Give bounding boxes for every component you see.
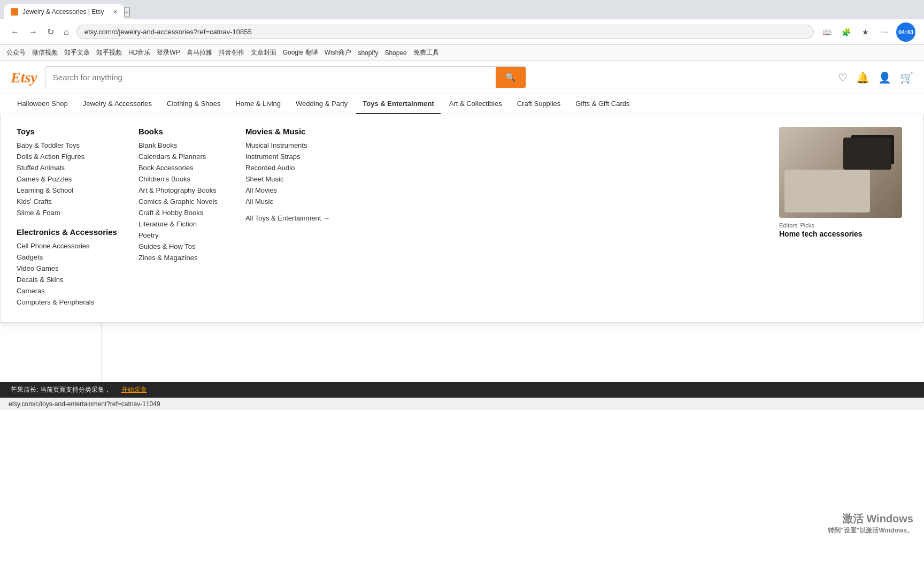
dropdown-all-toys-link[interactable]: All Toys & Entertainment → [245, 214, 331, 222]
wishlist-button[interactable]: ♡ [838, 71, 848, 84]
notifications-button[interactable]: 🔔 [856, 71, 869, 84]
dropdown-item-guides-how-tos[interactable]: Guides & How Tos [138, 242, 224, 250]
dropdown-item-craft-hobby-books[interactable]: Craft & Hobby Books [138, 209, 224, 217]
dropdown-item-blank-books[interactable]: Blank Books [138, 141, 224, 149]
search-input[interactable] [45, 67, 496, 87]
tab-title: Jewelry & Accessories | Etsy [22, 8, 104, 16]
new-tab-button[interactable]: + [124, 7, 130, 17]
time-badge: 04:43 [896, 22, 915, 42]
dropdown-image-col: Editors' Picks Home tech accessories [779, 127, 907, 309]
dropdown-col-books: Books Blank Books Calendars & Planners B… [138, 127, 224, 309]
notification-link[interactable]: 开始采集 [121, 385, 147, 394]
dropdown-item-baby-toddler[interactable]: Baby & Toddler Toys [17, 141, 117, 149]
nav-wedding-party[interactable]: Wedding & Party [289, 94, 354, 114]
bookmark-gongzhonghao[interactable]: 公众号 [6, 48, 26, 57]
etsy-nav: Halloween Shop Jewelry & Accessories Clo… [0, 94, 924, 115]
dropdown-item-cameras[interactable]: Cameras [17, 287, 117, 295]
dropdown-item-gadgets[interactable]: Gadgets [17, 253, 117, 261]
browser-icons: 📖 🧩 ★ ⋯ 04:43 [819, 22, 915, 42]
bookmark-zhihu-article[interactable]: 知乎文章 [64, 48, 90, 57]
settings-button[interactable]: ⋯ [877, 25, 892, 40]
dropdown-item-kids-crafts[interactable]: Kids' Crafts [17, 197, 117, 206]
dropdown-item-comics[interactable]: Comics & Graphic Novels [138, 197, 224, 206]
forward-button[interactable]: → [27, 25, 40, 39]
account-button[interactable]: 👤 [878, 71, 891, 84]
dropdown-heading-electronics: Electronics & Accessories [17, 227, 117, 237]
dropdown-heading-toys: Toys [17, 127, 117, 136]
dropdown-item-book-accessories[interactable]: Book Accessories [138, 164, 224, 172]
dropdown-item-stuffed-animals[interactable]: Stuffed Animals [17, 164, 117, 172]
nav-clothing-shoes[interactable]: Clothing & Shoes [160, 94, 227, 114]
bookmark-hd-audio[interactable]: HD音乐 [128, 48, 150, 57]
dropdown-col-toys: Toys Baby & Toddler Toys Dolls & Action … [17, 127, 117, 309]
dropdown-item-all-music[interactable]: All Music [245, 197, 331, 206]
etsy-page: Etsy 🔍 ♡ 🔔 👤 🛒 Halloween Shop Jewelry & … [0, 61, 924, 398]
etsy-logo[interactable]: Etsy [11, 69, 37, 86]
nav-toys-entertainment[interactable]: Toys & Entertainment [356, 94, 440, 114]
close-tab-button[interactable]: ✕ [113, 9, 118, 16]
favorites-button[interactable]: ★ [858, 25, 873, 40]
notification-banner: 芒果店长: 当前页面支持分类采集， 开始采集 [0, 382, 924, 398]
cart-button[interactable]: 🛒 [900, 71, 913, 84]
dropdown-menu: Toys Baby & Toddler Toys Dolls & Action … [0, 114, 924, 323]
arrow-icon: → [323, 214, 330, 222]
dropdown-item-video-games[interactable]: Video Games [17, 264, 117, 272]
bookmark-douyin[interactable]: 抖音创作 [219, 48, 244, 57]
dropdown-item-sheet-music[interactable]: Sheet Music [245, 175, 331, 183]
home-button[interactable]: ⌂ [61, 25, 71, 39]
status-bottom-bar: etsy.com/c/toys-and-entertainment?ref=ca… [0, 398, 924, 410]
dropdown-item-zines[interactable]: Zines & Magazines [138, 254, 224, 262]
dropdown-item-all-movies[interactable]: All Movies [245, 186, 331, 194]
bookmark-login-wp[interactable]: 登录WP [157, 48, 180, 57]
dropdown-item-musical-instruments[interactable]: Musical Instruments [245, 141, 331, 149]
bookmark-ximalaya[interactable]: 喜马拉雅 [187, 48, 212, 57]
tab-bar: Jewelry & Accessories | Etsy ✕ + [0, 0, 924, 19]
header-icons: ♡ 🔔 👤 🛒 [838, 71, 913, 84]
bookmark-free-tools[interactable]: 免费工具 [413, 48, 439, 57]
nav-home-living[interactable]: Home & Living [229, 94, 287, 114]
active-tab[interactable]: Jewelry & Accessories | Etsy ✕ [4, 4, 124, 19]
dropdown-item-dolls[interactable]: Dolls & Action Figures [17, 153, 117, 161]
dropdown-item-decals-skins[interactable]: Decals & Skins [17, 276, 117, 284]
bookmark-shopify[interactable]: shopify [358, 49, 378, 57]
nav-gifts-gift-cards[interactable]: Gifts & Gift Cards [569, 94, 636, 114]
bookmark-weixin-video[interactable]: 微信视频 [32, 48, 58, 57]
search-button[interactable]: 🔍 [496, 67, 526, 88]
nav-craft-supplies[interactable]: Craft Supplies [511, 94, 567, 114]
reader-mode-button[interactable]: 📖 [819, 25, 834, 40]
dropdown-item-childrens-books[interactable]: Children's Books [138, 175, 224, 183]
nav-halloween-shop[interactable]: Halloween Shop [11, 94, 74, 114]
editors-picks-label: Editors' Picks [779, 222, 907, 229]
editors-picks-title: Home tech accessories [779, 230, 907, 238]
notification-text: 芒果店长: 当前页面支持分类采集， [11, 385, 111, 394]
dropdown-item-instrument-straps[interactable]: Instrument Straps [245, 153, 331, 161]
reload-button[interactable]: ↻ [45, 25, 56, 39]
tab-favicon [11, 8, 18, 16]
dropdown-item-calendars[interactable]: Calendars & Planners [138, 153, 224, 161]
etsy-header: Etsy 🔍 ♡ 🔔 👤 🛒 [0, 61, 924, 94]
status-link: etsy.com/c/toys-and-entertainment?ref=ca… [9, 400, 160, 408]
dropdown-promo-image[interactable] [779, 127, 902, 218]
nav-jewelry-accessories[interactable]: Jewelry & Accessories [76, 94, 158, 114]
browser-chrome: Jewelry & Accessories | Etsy ✕ + ← → ↻ ⌂… [0, 0, 924, 61]
address-input[interactable] [76, 25, 814, 39]
dropdown-item-learning-school[interactable]: Learning & School [17, 186, 117, 194]
dropdown-heading-books: Books [138, 127, 224, 136]
bookmark-zhihu-video[interactable]: 知乎视频 [96, 48, 122, 57]
bookmark-google-translate[interactable]: Google 翻译 [283, 48, 318, 57]
extensions-button[interactable]: 🧩 [838, 25, 853, 40]
dropdown-item-cell-phone[interactable]: Cell Phone Accessories [17, 242, 117, 250]
dropdown-item-recorded-audio[interactable]: Recorded Audio [245, 164, 331, 172]
dropdown-item-literature-fiction[interactable]: Literature & Fiction [138, 220, 224, 228]
dropdown-item-poetry[interactable]: Poetry [138, 231, 224, 239]
bookmark-article-cover[interactable]: 文章封面 [251, 48, 276, 57]
back-button[interactable]: ← [9, 25, 21, 39]
bookmark-wish[interactable]: Wish商户 [325, 48, 352, 57]
dropdown-item-computers[interactable]: Computers & Peripherals [17, 298, 117, 306]
bookmarks-bar: 公众号 微信视频 知乎文章 知乎视频 HD音乐 登录WP 喜马拉雅 抖音创作 文… [0, 45, 924, 61]
dropdown-item-slime-foam[interactable]: Slime & Foam [17, 209, 117, 217]
bookmark-shopee[interactable]: Shopee [384, 49, 406, 57]
dropdown-item-art-photography-books[interactable]: Art & Photography Books [138, 186, 224, 194]
nav-art-collectibles[interactable]: Art & Collectibles [443, 94, 509, 114]
dropdown-item-games-puzzles[interactable]: Games & Puzzles [17, 175, 117, 183]
